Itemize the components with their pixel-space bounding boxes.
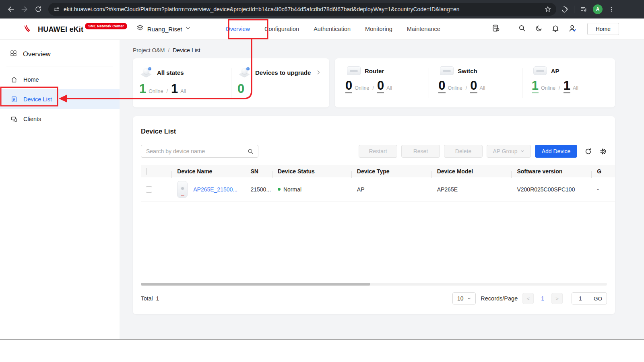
stat-devices-to-upgrade[interactable]: Devices to upgrade 0 [231, 58, 329, 107]
stat-label: Switch [458, 68, 477, 74]
all-states-all-count[interactable]: 1 [171, 82, 178, 95]
separator: / [372, 85, 374, 91]
all-label: All [573, 85, 578, 91]
browser-profile-avatar[interactable]: A [593, 4, 603, 14]
notifications-bell-icon[interactable] [551, 24, 559, 34]
bookmark-star-icon[interactable] [544, 6, 551, 13]
stat-label: Devices to upgrade [255, 69, 311, 76]
browser-reload-icon[interactable] [31, 2, 45, 16]
all-states-online-count[interactable]: 1 [139, 82, 146, 95]
device-search-box[interactable] [141, 145, 258, 158]
report-icon[interactable]: P [492, 24, 500, 34]
device-list-icon [10, 96, 18, 103]
online-label: Online [355, 85, 369, 91]
col-device-name[interactable]: Device Name [171, 168, 245, 175]
project-switcher[interactable]: Ruang_Riset [136, 24, 191, 34]
panel-title: Device List [141, 128, 607, 135]
page-size-select[interactable]: 10 [452, 292, 476, 304]
switch-online-count[interactable]: 0 [438, 79, 445, 93]
sidebar-item-clients[interactable]: Clients [0, 109, 120, 129]
nav-tab-configuration[interactable]: Configuration [264, 26, 299, 32]
refresh-icon[interactable] [584, 148, 592, 155]
restart-button[interactable]: Restart [359, 145, 397, 158]
dark-mode-moon-icon[interactable] [535, 25, 543, 34]
select-all-checkbox[interactable] [146, 168, 147, 175]
browser-forward-icon[interactable] [18, 2, 31, 16]
switch-icon [440, 66, 454, 75]
all-states-icon [141, 66, 153, 78]
switch-all-count[interactable]: 0 [470, 79, 477, 93]
prev-page-button[interactable]: < [522, 293, 534, 304]
breadcrumb-parent[interactable]: Project O&M [133, 47, 165, 53]
goto-page-input[interactable] [572, 293, 589, 304]
all-label: All [480, 85, 485, 91]
col-group[interactable]: G [591, 168, 615, 175]
screenshot-stage: ekit.huawei.com/?#/smeCloud/Platform?pla… [0, 0, 644, 362]
sidebar-item-home[interactable]: Home [0, 70, 120, 89]
nav-tab-authentication[interactable]: Authentication [314, 26, 351, 32]
online-label: Online [541, 85, 555, 91]
col-software-version[interactable]: Software version [511, 168, 591, 175]
sidebar-item-device-list[interactable]: Device List [0, 89, 120, 109]
sidebar-divider [6, 66, 113, 66]
horizontal-scrollbar[interactable] [141, 283, 607, 286]
all-label: All [180, 88, 186, 94]
ap-device-image [177, 181, 188, 198]
status-dot-icon [278, 188, 281, 191]
table-settings-gear-icon[interactable] [599, 148, 607, 155]
extensions-icon[interactable] [561, 6, 568, 13]
status-summary-card: All states 1 Online / 1 All Devices to u… [133, 58, 329, 107]
router-online-count[interactable]: 0 [345, 79, 352, 93]
delete-button[interactable]: Delete [444, 145, 483, 158]
reset-button[interactable]: Reset [401, 145, 440, 158]
ap-online-count[interactable]: 1 [532, 79, 539, 93]
device-search-input[interactable] [146, 148, 247, 154]
separator: / [166, 88, 168, 94]
browser-menu-icon[interactable] [608, 6, 615, 12]
total-label: Total [141, 295, 153, 302]
col-sn[interactable]: SN [245, 168, 272, 175]
clients-devices-icon [10, 115, 18, 123]
col-device-type[interactable]: Device Type [351, 168, 431, 175]
breadcrumb-current: Device List [173, 47, 200, 53]
nav-tab-maintenance[interactable]: Maintenance [407, 26, 440, 32]
breadcrumb-separator: / [168, 47, 169, 53]
stat-label: Router [365, 68, 384, 74]
window-bottom-edge [0, 339, 644, 340]
row-checkbox[interactable] [146, 186, 152, 193]
url-text[interactable]: ekit.huawei.com/?#/smeCloud/Platform?pla… [64, 6, 544, 12]
search-icon[interactable] [518, 24, 526, 34]
col-device-status[interactable]: Device Status [272, 168, 351, 175]
devices-to-upgrade-count[interactable]: 0 [237, 82, 244, 95]
device-table: Device Name SN Device Status Device Type… [141, 165, 615, 202]
router-all-count[interactable]: 0 [377, 79, 384, 93]
device-name-link[interactable]: AP265E_21500... [193, 186, 237, 193]
col-device-model[interactable]: Device Model [431, 168, 512, 175]
add-device-button[interactable]: Add Device [535, 145, 577, 158]
ap-icon [533, 66, 547, 75]
reading-list-icon[interactable] [580, 6, 587, 13]
scrollbar-thumb[interactable] [141, 283, 370, 286]
home-button[interactable]: Home [587, 23, 619, 35]
address-bar[interactable]: ekit.huawei.com/?#/smeCloud/Platform?pla… [48, 3, 556, 16]
stat-label: All states [157, 69, 184, 76]
go-button[interactable]: GO [589, 293, 607, 304]
browser-back-icon[interactable] [4, 2, 18, 16]
nav-tab-overview[interactable]: Overview [225, 26, 250, 32]
home-icon [10, 76, 18, 83]
brand[interactable]: HUAWEI eKit SME Network Center [24, 23, 127, 35]
user-account-icon[interactable] [568, 24, 577, 34]
page-size-value: 10 [457, 295, 464, 302]
ap-group-dropdown[interactable]: AP Group [487, 145, 531, 158]
records-per-page-label: Records/Page [481, 295, 518, 302]
current-page[interactable]: 1 [541, 295, 544, 302]
site-info-icon[interactable] [53, 6, 60, 12]
ap-all-count[interactable]: 1 [564, 79, 570, 93]
separator: / [466, 85, 467, 91]
stat-label: AP [551, 68, 559, 74]
search-icon[interactable] [247, 148, 254, 155]
devices-to-upgrade-icon [239, 66, 251, 78]
nav-tab-monitoring[interactable]: Monitoring [365, 26, 392, 32]
chevron-right-icon[interactable] [316, 70, 321, 75]
next-page-button[interactable]: > [551, 293, 563, 304]
